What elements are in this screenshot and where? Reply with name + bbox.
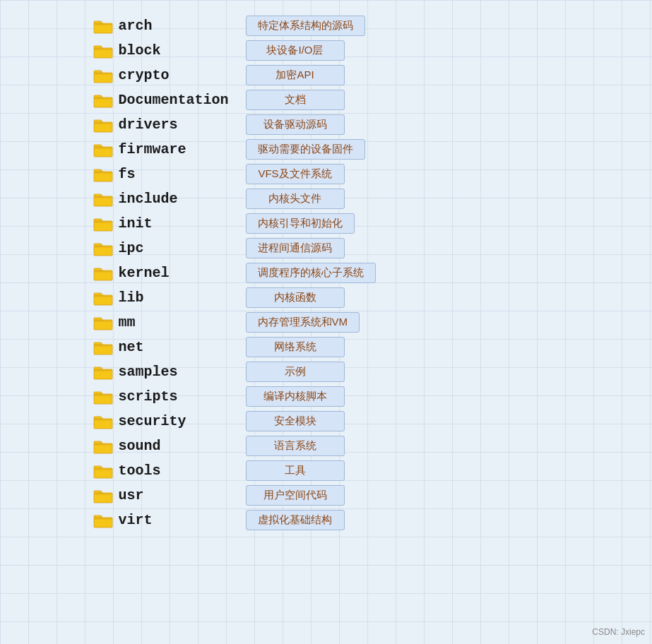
folder-description: 调度程序的核心子系统	[246, 263, 376, 283]
folder-row: sound语言系统	[93, 434, 559, 458]
folder-description: 内存管理系统和VM	[246, 312, 360, 333]
folder-name: kernel	[119, 265, 246, 281]
folder-description: 驱动需要的设备固件	[246, 139, 365, 160]
folder-icon	[93, 389, 113, 405]
folder-name: firmware	[119, 141, 246, 157]
folder-icon	[93, 340, 113, 355]
folder-name: lib	[119, 290, 246, 306]
svg-rect-29	[94, 370, 112, 371]
folder-icon	[93, 463, 113, 479]
folder-description: 进程间通信源码	[246, 238, 345, 258]
folder-description: 文档	[246, 90, 345, 110]
folder-name: init	[119, 215, 246, 232]
folder-row: kernel调度程序的核心子系统	[93, 261, 559, 285]
folder-description: 网络系统	[246, 337, 345, 357]
folder-row: include内核头文件	[93, 187, 559, 210]
folder-row: lib内核函数	[93, 286, 559, 309]
svg-rect-23	[94, 296, 112, 297]
folder-row: fsVFS及文件系统	[93, 162, 559, 186]
folder-icon	[93, 142, 113, 157]
folder-name: fs	[119, 166, 246, 182]
svg-rect-35	[94, 444, 112, 446]
svg-rect-31	[94, 395, 112, 396]
folder-description: 加密API	[246, 65, 345, 85]
folder-row: ipc进程间通信源码	[93, 237, 559, 260]
folder-row: virt虚拟化基础结构	[93, 508, 559, 532]
folder-description: 语言系统	[246, 436, 345, 456]
main-container: arch特定体系结构的源码 block块设备I/O层 crypto加密API	[79, 7, 574, 540]
folder-name: security	[119, 413, 246, 429]
folder-row: arch特定体系结构的源码	[93, 14, 559, 37]
folder-icon	[93, 414, 113, 429]
folder-icon	[93, 18, 113, 34]
folder-row: tools工具	[93, 459, 559, 482]
folder-name: net	[119, 339, 246, 355]
folder-name: include	[119, 191, 246, 207]
folder-icon	[93, 266, 113, 281]
folder-row: security安全模块	[93, 410, 559, 433]
svg-rect-5	[94, 73, 112, 75]
folder-name: crypto	[119, 67, 246, 83]
folder-name: drivers	[119, 117, 246, 133]
folder-description: 安全模块	[246, 411, 345, 431]
folder-description: 编译内核脚本	[246, 386, 345, 407]
folder-icon	[93, 513, 113, 528]
svg-rect-21	[94, 271, 112, 273]
svg-rect-17	[94, 222, 112, 223]
svg-rect-3	[94, 49, 112, 50]
folder-row: init内核引导和初始化	[93, 212, 559, 235]
folder-name: ipc	[119, 240, 246, 256]
folder-description: 虚拟化基础结构	[246, 510, 345, 530]
folder-row: mm内存管理系统和VM	[93, 311, 559, 334]
folder-icon	[93, 93, 113, 108]
svg-rect-33	[94, 419, 112, 421]
svg-rect-27	[94, 345, 112, 347]
svg-rect-1	[94, 24, 112, 25]
folder-icon	[93, 241, 113, 256]
folder-icon	[93, 439, 113, 454]
folder-description: 示例	[246, 362, 345, 382]
folder-name: samples	[119, 364, 246, 380]
folder-icon	[93, 216, 113, 232]
folder-row: net网络系统	[93, 335, 559, 359]
folder-icon	[93, 488, 113, 503]
svg-rect-9	[94, 123, 112, 124]
folder-icon	[93, 290, 113, 306]
folder-name: arch	[119, 18, 246, 34]
svg-rect-25	[94, 321, 112, 322]
folder-description: 特定体系结构的源码	[246, 16, 365, 36]
folder-row: scripts编译内核脚本	[93, 385, 559, 408]
folder-description: VFS及文件系统	[246, 164, 345, 184]
svg-rect-7	[94, 98, 112, 100]
folder-icon	[93, 117, 113, 133]
folder-row: samples示例	[93, 360, 559, 383]
folder-name: scripts	[119, 388, 246, 405]
folder-name: Documentation	[119, 92, 246, 108]
folder-row: crypto加密API	[93, 64, 559, 87]
svg-rect-41	[94, 518, 112, 520]
svg-rect-39	[94, 494, 112, 495]
folder-name: tools	[119, 463, 246, 479]
folder-icon	[93, 364, 113, 380]
svg-rect-37	[94, 469, 112, 470]
folder-description: 设备驱动源码	[246, 114, 345, 135]
folder-row: firmware驱动需要的设备固件	[93, 138, 559, 161]
folder-icon	[93, 315, 113, 330]
folder-description: 内核函数	[246, 287, 345, 308]
folder-description: 内核头文件	[246, 189, 345, 209]
svg-rect-15	[94, 197, 112, 198]
svg-rect-13	[94, 172, 112, 174]
folder-name: mm	[119, 314, 246, 330]
folder-name: sound	[119, 438, 246, 454]
folder-name: usr	[119, 487, 246, 503]
folder-description: 工具	[246, 460, 345, 481]
folder-description: 块设备I/O层	[246, 40, 345, 61]
folder-description: 内核引导和初始化	[246, 213, 355, 234]
folder-row: drivers设备驱动源码	[93, 113, 559, 136]
folder-icon	[93, 167, 113, 182]
folder-icon	[93, 43, 113, 59]
folder-name: virt	[119, 512, 246, 528]
folder-row: Documentation文档	[93, 88, 559, 112]
svg-rect-19	[94, 246, 112, 248]
folder-description: 用户空间代码	[246, 485, 345, 506]
